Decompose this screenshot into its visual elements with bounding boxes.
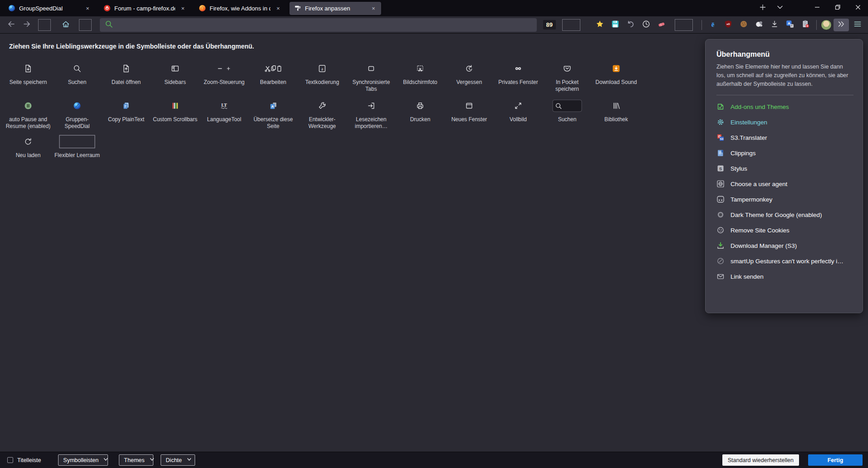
customize-toolbar-item[interactable]: Zoom-Steuerung (200, 60, 249, 93)
overflow-item-label: Link senden (731, 273, 764, 280)
customize-toolbar-item[interactable]: Vollbild (494, 98, 543, 130)
overflow-menu-button[interactable] (834, 19, 849, 31)
overflow-menu-item[interactable]: Clippings (716, 145, 853, 161)
minimize-icon (813, 3, 822, 14)
toolbar-item-icon (563, 60, 572, 77)
history-button[interactable] (639, 19, 653, 31)
browser-tab[interactable]: Firefox, wie Addons in der Men × (194, 2, 286, 15)
home-button[interactable] (59, 19, 73, 31)
customize-toolbar-item[interactable]: Entwickler-Werkzeuge (298, 98, 347, 130)
customize-toolbar-item[interactable]: LT LanguageTool (200, 98, 249, 130)
overflow-menu-item[interactable]: Link senden (716, 269, 853, 284)
customize-toolbar-item[interactable]: Gruppen-SpeedDial (53, 98, 102, 130)
done-button[interactable]: Fertig (808, 454, 863, 466)
customize-toolbar-item[interactable]: auto Pause and Resume (enabled) (4, 98, 53, 130)
forward-button[interactable] (20, 19, 34, 31)
toolbar-drop-target[interactable] (79, 19, 92, 31)
list-tabs-button[interactable] (773, 2, 787, 15)
customize-toolbar-item[interactable]: Bibliothek (592, 98, 641, 130)
customize-toolbar-item[interactable]: Seite speichern (4, 60, 53, 93)
toolbar-item-label: Datei öffnen (112, 79, 141, 86)
customize-toolbar-item[interactable]: Neu laden (4, 133, 53, 159)
customize-toolbar-item[interactable]: Download Sound (592, 60, 641, 93)
zoom-level-badge[interactable]: 89 (543, 20, 556, 30)
toolbar-item-label: Bibliothek (604, 116, 628, 123)
overflow-menu-item[interactable]: Remove Site Cookies (716, 222, 853, 238)
browser-tab[interactable]: GroupSpeedDial × (4, 2, 95, 15)
customize-toolbar-item[interactable]: Privates Fenster (494, 60, 543, 93)
clippings-extension-button[interactable] (799, 19, 812, 31)
toolbar-item-label: Suchen (558, 116, 577, 123)
profile-avatar[interactable] (821, 20, 832, 30)
density-dropdown[interactable]: Dichte (161, 454, 195, 466)
customize-toolbar-item[interactable]: Neues Fenster (445, 98, 494, 130)
tab-close-icon[interactable]: × (179, 4, 187, 12)
restore-defaults-button[interactable]: Standard wiederherstellen (722, 454, 799, 466)
overflow-menu-item[interactable]: Choose a user agent (716, 176, 853, 192)
customize-toolbar-item[interactable]: A Übersetze diese Seite (249, 98, 298, 130)
customize-toolbar-item[interactable]: Copy PlainText (102, 98, 151, 130)
new-tab-button[interactable] (756, 2, 770, 15)
customize-toolbar-item[interactable]: a Textkodierung (298, 60, 347, 93)
window-restore-button[interactable] (827, 0, 848, 16)
customize-toolbar-item[interactable]: Lesezeichen importieren… (347, 98, 396, 130)
customize-toolbar-item[interactable]: Bildschirmfoto (396, 60, 445, 93)
ublock-origin-button[interactable]: uO (721, 19, 735, 31)
overflow-item-icon: S (716, 164, 725, 172)
titlebar-checkbox[interactable] (7, 457, 13, 463)
window-close-button[interactable] (848, 0, 868, 16)
customize-toolbar-item[interactable]: Synchronisierte Tabs (347, 60, 396, 93)
customize-toolbar-item[interactable]: In Pocket speichern (543, 60, 592, 93)
toolbars-dropdown[interactable]: Symbolleisten (58, 454, 108, 466)
customize-toolbar-item[interactable]: Datei öffnen (102, 60, 151, 93)
overflow-chevrons-icon (837, 20, 846, 30)
toolbars-dropdown-label: Symbolleisten (63, 457, 98, 463)
toolbar-drop-target[interactable] (562, 19, 580, 31)
session-save-button[interactable] (608, 19, 622, 31)
back-button[interactable] (5, 19, 18, 31)
url-search-bar[interactable] (100, 18, 537, 32)
customize-toolbar-item[interactable]: Flexibler Leerraum (53, 133, 102, 159)
tab-favicon (103, 5, 111, 12)
tab-close-icon[interactable]: × (369, 4, 378, 12)
chevron-down-icon (775, 3, 785, 14)
overflow-menu-item[interactable]: smartUp Gestures can't work perfectly i… (716, 253, 853, 269)
browser-tab[interactable]: Forum - camp-firefox.de × (99, 2, 191, 15)
customize-toolbar-item[interactable]: Bearbeiten (249, 60, 298, 93)
themes-dropdown[interactable]: Themes (119, 454, 153, 466)
toolbar-drop-target[interactable] (38, 19, 51, 31)
customize-toolbar-item[interactable]: Sidebars (151, 60, 200, 93)
customize-toolbar-item[interactable]: Suchen (543, 98, 592, 130)
toolbar-item-label: Lesezeichen importieren… (348, 116, 395, 130)
overflow-menu-item[interactable]: Tampermonkey (716, 192, 853, 207)
downloads-button[interactable] (768, 19, 781, 31)
overflow-menu-item[interactable]: Einstellungen (716, 114, 853, 130)
tab-close-icon[interactable]: × (83, 4, 92, 12)
toolbar-item-icon (465, 60, 474, 77)
toolbar-drop-target[interactable] (675, 19, 693, 31)
overflow-item-icon (716, 180, 725, 188)
overflow-menu-item[interactable]: Add-ons und Themes (716, 99, 853, 114)
gestures-extension-button[interactable] (752, 19, 766, 31)
toolbar-item-icon (367, 60, 376, 77)
customize-toolbar-item[interactable]: Custom Scrollbars (151, 98, 200, 130)
customize-toolbar-item[interactable]: Drucken (396, 98, 445, 130)
toolbar-item-icon (122, 60, 131, 77)
overflow-menu-item[interactable]: GS3 S3.Translater (716, 130, 853, 145)
tab-close-icon[interactable]: × (274, 4, 282, 12)
translate-extension-button[interactable]: A (783, 19, 797, 31)
app-menu-button[interactable] (851, 19, 864, 31)
cookie-extension-button[interactable] (737, 19, 750, 31)
undo-button[interactable] (624, 19, 638, 31)
overflow-menu-item[interactable]: S Stylus (716, 161, 853, 176)
overflow-menu-item[interactable]: Download Manager (S3) (716, 238, 853, 253)
overflow-menu-item[interactable]: Dark Theme for Google (enabled) (716, 207, 853, 222)
window-minimize-button[interactable] (807, 0, 827, 16)
bookmark-star-button[interactable] (593, 19, 607, 31)
browser-tab[interactable]: Firefox anpassen × (289, 2, 381, 15)
eraser-button[interactable] (655, 19, 668, 31)
enhancer-extension-button[interactable]: ē (706, 19, 720, 31)
customize-toolbar-item[interactable]: Suchen (53, 60, 102, 93)
customize-toolbar-item[interactable]: Vergessen (445, 60, 494, 93)
ublock-origin-icon: uO (724, 20, 733, 30)
